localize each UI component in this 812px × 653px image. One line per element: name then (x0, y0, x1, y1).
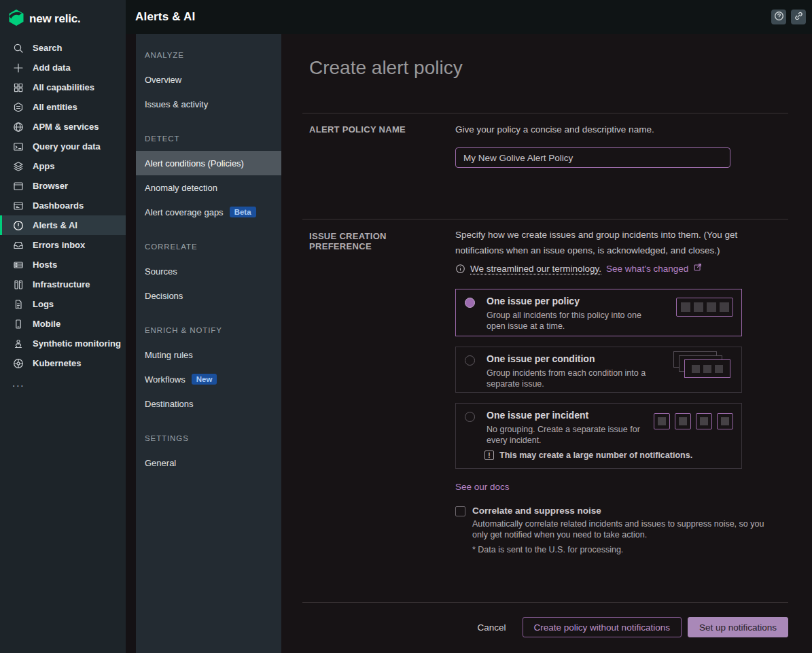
kubernetes-icon (12, 357, 24, 369)
subnav-item-alert-conditions-policies[interactable]: Alert conditions (Policies) (136, 151, 281, 175)
sidebar-item-hosts[interactable]: Hosts (0, 255, 126, 275)
primary-nav: Search Add data All capabilities All ent… (0, 38, 126, 393)
option-title: One issue per policy (487, 296, 580, 306)
option-one-issue-per-policy[interactable]: One issue per policy Group all incidents… (455, 289, 742, 336)
sidebar-item-all-entities[interactable]: All entities (0, 97, 126, 117)
alert-icon (12, 219, 24, 231)
sidebar-item-label: Errors inbox (33, 240, 85, 250)
option-one-issue-per-condition[interactable]: One issue per condition Group incidents … (455, 347, 742, 393)
alert-policy-name-label: ALERT POLICY NAME (309, 124, 448, 135)
sidebar-item-label: Query your data (33, 141, 101, 152)
option-title: One issue per incident (487, 410, 588, 421)
see-whats-changed-link[interactable]: See what's changed (606, 264, 688, 274)
create-alert-policy-panel: Create alert policy ALERT POLICY NAME Gi… (281, 34, 812, 653)
sidebar-item-label: Alerts & AI (33, 220, 77, 230)
page-header-title: Alerts & AI (135, 10, 195, 24)
cancel-button[interactable]: Cancel (478, 622, 506, 633)
link-icon (794, 11, 804, 23)
subnav-item-label: Destinations (145, 399, 194, 409)
layers-icon (12, 160, 24, 172)
radio-one-issue-per-condition[interactable] (465, 355, 475, 366)
policy-name-input[interactable] (455, 147, 730, 168)
subnav-section-analyze: ANALYZE (136, 43, 281, 67)
sidebar-item-label: Browser (33, 181, 68, 191)
sidebar-item-label: All capabilities (33, 82, 94, 92)
subnav-item-general[interactable]: General (136, 451, 281, 475)
sidebar-item-alerts-ai[interactable]: Alerts & AI (0, 215, 126, 235)
subnav-item-alert-coverage-gaps[interactable]: Alert coverage gapsBeta (136, 200, 281, 224)
subnav-item-decisions[interactable]: Decisions (136, 283, 281, 308)
subnav-item-anomaly-detection[interactable]: Anomaly detection (136, 175, 281, 200)
terminology-note[interactable]: We streamlined our terminology. (470, 264, 601, 274)
logo-text: new relic. (29, 12, 80, 26)
sidebar-item-errors-inbox[interactable]: Errors inbox (0, 235, 126, 255)
sidebar-item-label: Hosts (33, 260, 57, 270)
sidebar-item-label: Dashboards (33, 200, 84, 211)
app-root: Alerts & AI new relic. Search Add data (0, 0, 812, 653)
inbox-icon (12, 239, 24, 251)
primary-sidebar: new relic. Search Add data All capabilit… (0, 0, 126, 653)
option-one-issue-per-incident[interactable]: One issue per incident No grouping. Crea… (455, 403, 742, 469)
grid-icon (12, 82, 24, 93)
sidebar-item-dashboards[interactable]: Dashboards (0, 196, 126, 215)
top-header: Alerts & AI (126, 0, 812, 34)
subnav-item-label: Alert conditions (Policies) (145, 158, 244, 169)
mobile-icon (12, 318, 24, 330)
notification-warning: ! This may create a large number of noti… (484, 451, 692, 460)
header-actions (771, 10, 806, 24)
sidebar-item-label: Infrastructure (33, 279, 90, 289)
globe-icon (12, 121, 24, 133)
policy-name-hint: Give your policy a concise and descripti… (455, 124, 654, 135)
sidebar-item-kubernetes[interactable]: Kubernetes (0, 353, 126, 373)
sidebar-item-query-your-data[interactable]: Query your data (0, 137, 126, 156)
sidebar-item-logs[interactable]: Logs (0, 294, 126, 314)
sidebar-item-apps[interactable]: Apps (0, 156, 126, 176)
help-button[interactable] (771, 10, 786, 24)
newrelic-logo[interactable]: new relic. (0, 0, 126, 30)
one-issue-per-policy-icon (676, 298, 733, 317)
subnav-item-sources[interactable]: Sources (136, 259, 281, 283)
sidebar-item-browser[interactable]: Browser (0, 176, 126, 196)
see-our-docs-link[interactable]: See our docs (455, 482, 510, 492)
sidebar-item-add-data[interactable]: Add data (0, 58, 126, 77)
one-issue-per-condition-icon (671, 351, 733, 384)
sidebar-item-all-capabilities[interactable]: All capabilities (0, 77, 126, 97)
subnav-item-issues-activity[interactable]: Issues & activity (136, 92, 281, 116)
subnav-section-correlate: CORRELATE (136, 234, 281, 259)
logs-icon (12, 298, 24, 310)
subnav-item-workflows[interactable]: WorkflowsNew (136, 367, 281, 391)
set-up-notifications-button[interactable]: Set up notifications (688, 617, 788, 637)
sidebar-item-mobile[interactable]: Mobile (0, 314, 126, 334)
browser-icon (12, 180, 24, 192)
subnav-item-overview[interactable]: Overview (136, 67, 281, 92)
subnav-item-label: General (145, 458, 176, 468)
plus-icon (12, 62, 24, 73)
sidebar-more-button[interactable]: ... (0, 373, 126, 393)
subnav-item-destinations[interactable]: Destinations (136, 391, 281, 416)
permalink-button[interactable] (791, 10, 806, 24)
bot-icon (12, 338, 24, 349)
one-issue-per-incident-icon (654, 413, 733, 429)
warning-icon: ! (484, 451, 494, 460)
sidebar-item-synthetic-monitoring[interactable]: Synthetic monitoring (0, 334, 126, 353)
sidebar-item-apm-services[interactable]: APM & services (0, 117, 126, 137)
subnav-item-label: Anomaly detection (145, 183, 217, 193)
entities-icon (12, 101, 24, 113)
correlate-checkbox[interactable] (455, 506, 465, 516)
terminology-row: We streamlined our terminology. See what… (455, 262, 703, 275)
sidebar-item-search[interactable]: Search (0, 38, 126, 58)
subnav-item-muting-rules[interactable]: Muting rules (136, 342, 281, 367)
terminal-icon (12, 141, 24, 152)
correlate-title: Correlate and suppress noise (472, 506, 601, 516)
divider (302, 602, 788, 603)
dashboard-icon (12, 200, 24, 211)
create-policy-without-notifications-button[interactable]: Create policy without notifications (523, 617, 682, 637)
footer-actions: Cancel Create policy without notificatio… (478, 617, 788, 637)
sidebar-item-label: All entities (33, 102, 77, 112)
sidebar-item-label: Apps (33, 161, 55, 171)
sidebar-item-label: Kubernetes (33, 358, 82, 368)
help-icon (774, 11, 784, 23)
sidebar-item-infrastructure[interactable]: Infrastructure (0, 275, 126, 294)
radio-one-issue-per-policy[interactable] (465, 298, 475, 308)
radio-one-issue-per-incident[interactable] (465, 412, 475, 422)
